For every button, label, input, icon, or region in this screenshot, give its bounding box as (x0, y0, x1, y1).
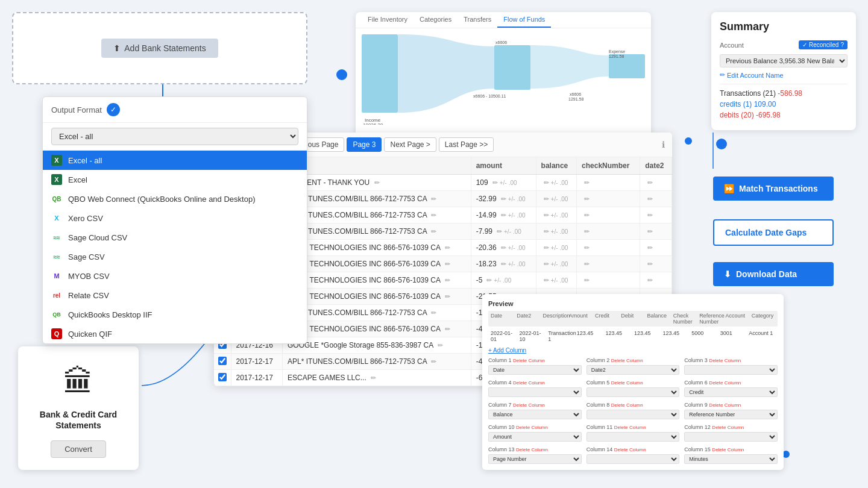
match-icon: ⏩ (724, 184, 734, 193)
format-item-excel[interactable]: X Excel (43, 170, 307, 189)
col-checknumber[interactable]: checkNumber (577, 157, 640, 175)
cell-name: UBER TECHNOLOGIES INC 866-576-1039 CA ✏ (283, 256, 471, 272)
edit-name-icon[interactable]: ✏ (445, 293, 450, 300)
match-transactions-button[interactable]: ⏩ Match Transactions (713, 177, 834, 201)
cell-checknumber: ✏ (577, 175, 640, 191)
edit-account-link[interactable]: ✏ Edit Account Name (720, 71, 848, 79)
col-2-select[interactable]: Date2 (587, 365, 680, 375)
format-item-excel-all[interactable]: X Excel - all (43, 151, 307, 170)
col-7-select[interactable]: Balance (488, 410, 582, 419)
tab-transfers[interactable]: Transfers (458, 12, 497, 28)
cell-amount: -20.36✏+/-.00 (471, 240, 536, 256)
cell-name: APL* ITUNES.COM/BILL 866-712-7753 CA ✏ (283, 224, 471, 240)
svg-text:10026.39: 10026.39 (363, 122, 383, 125)
col-10-select[interactable]: Amount (488, 432, 582, 442)
col-12-select[interactable] (684, 432, 778, 442)
format-label-quicken: Quicken QIF (68, 330, 112, 339)
col-amount[interactable]: amount (471, 157, 536, 175)
row-checkbox[interactable] (218, 357, 227, 365)
edit-name-icon[interactable]: ✏ (371, 374, 376, 381)
transactions-label: Transactions (21) (720, 89, 776, 98)
add-bank-statements-button[interactable]: ⬆ Add Bank Statements (101, 39, 218, 58)
edit-name-icon[interactable]: ✏ (374, 179, 380, 186)
edit-name-icon[interactable]: ✏ (438, 342, 443, 349)
summary-title: Summary (720, 20, 848, 33)
output-format-label: Output Format (51, 105, 102, 114)
tab-file-inventory[interactable]: File Inventory (362, 12, 414, 28)
edit-name-icon[interactable]: ✏ (431, 211, 436, 219)
cell-name: UBER TECHNOLOGIES INC 866-576-1039 CA ✏ (283, 240, 471, 256)
svg-text:1291.58: 1291.58 (609, 54, 624, 58)
cell-balance: ✏+/-.00 (536, 224, 576, 240)
edit-name-icon[interactable]: ✏ (445, 277, 450, 284)
edit-name-icon[interactable]: ✏ (431, 228, 436, 235)
last-page-button[interactable]: Last Page >> (439, 137, 494, 152)
check-icon: ✓ (107, 103, 120, 116)
tab-categories[interactable]: Categories (414, 12, 458, 28)
format-item-qbo[interactable]: QB QBO Web Connect (QuickBooks Online an… (43, 189, 307, 208)
qbo-icon: QB (51, 193, 62, 204)
cell-balance: ✏+/-.00 (536, 240, 576, 256)
preview-table-header: Date Date2 Description Amount Credit Deb… (488, 311, 778, 327)
col-15-select[interactable]: Minutes (684, 454, 778, 464)
add-column-link[interactable]: + Add Column (488, 347, 778, 354)
edit-name-icon[interactable]: ✏ (431, 358, 436, 365)
calculate-date-gaps-button[interactable]: Calculate Date Gaps (713, 219, 834, 246)
format-label-sage-cloud: Sage Cloud CSV (68, 233, 127, 242)
col-3-select[interactable] (684, 365, 778, 375)
convert-button[interactable]: Convert (51, 440, 106, 458)
row-checkbox[interactable] (218, 373, 227, 381)
cell-name: UBER TECHNOLOGIES INC 866-576-1039 CA ✏ (283, 272, 471, 289)
row-checkbox-cell (214, 354, 231, 370)
format-item-sage-cloud[interactable]: ≈≈ Sage Cloud CSV (43, 228, 307, 247)
balance-select[interactable]: Previous Balance 3,956.38 New Balance To… (720, 54, 848, 67)
edit-name-icon[interactable]: ✏ (445, 244, 450, 251)
col-8-select[interactable] (587, 410, 680, 419)
format-item-sage[interactable]: ≈≈ Sage CSV (43, 247, 307, 266)
col-9-select[interactable]: Reference Number (684, 410, 778, 419)
col-item-10: Column 10 Delete Column Amount (488, 424, 582, 442)
format-item-quicken[interactable]: Q Quicken QIF (43, 324, 307, 343)
output-format-select[interactable]: Excel - all (51, 128, 298, 145)
format-item-relate[interactable]: rel Relate CSV (43, 286, 307, 305)
cell-checknumber: ✏ (577, 256, 640, 272)
columns-grid: Column 1 Delete Column Date Column 2 Del… (488, 357, 778, 464)
col-14-select[interactable] (587, 454, 680, 464)
col-13-select[interactable]: Page Number (488, 454, 582, 464)
sage-icon: ≈≈ (51, 251, 62, 262)
col-date2[interactable]: date2 (640, 157, 672, 175)
format-label-relate: Relate CSV (68, 291, 109, 300)
excel-all-icon: X (51, 155, 62, 166)
col-1-select[interactable]: Date (488, 365, 582, 375)
col-4-select[interactable] (488, 387, 582, 397)
check-mark: ✓ (802, 42, 807, 48)
col-11-select[interactable] (587, 432, 680, 442)
col-name[interactable]: name (283, 157, 471, 175)
summary-panel: Summary Account ✓ Reconciled ? Previous … (711, 12, 856, 130)
preview-col-checknum: Check Number (673, 313, 697, 325)
next-page-button[interactable]: Next Page > (384, 137, 436, 152)
format-item-qdesktop[interactable]: QB QuickBooks Desktop IIF (43, 305, 307, 324)
edit-name-icon[interactable]: ✏ (431, 195, 436, 202)
download-data-button[interactable]: ⬇ Download Data (713, 262, 834, 286)
col-balance[interactable]: balance (536, 157, 576, 175)
page3-button[interactable]: Page 3 (347, 137, 382, 152)
preview-col-refnum: Reference Number (699, 313, 723, 325)
account-label: Account (720, 42, 744, 49)
cell-date2: ✏ (640, 191, 672, 207)
cell-date2: ✏ (640, 175, 672, 191)
edit-name-icon[interactable]: ✏ (431, 309, 436, 316)
format-item-xero[interactable]: X Xero CSV (43, 208, 307, 228)
edit-account-label: Edit Account Name (727, 72, 784, 79)
cell-name: GOOGLE *Google Storage 855-836-3987 CA ✏ (283, 337, 471, 354)
col-5-select[interactable] (587, 387, 680, 397)
edit-name-icon[interactable]: ✏ (445, 325, 450, 333)
edit-name-icon[interactable]: ✏ (445, 260, 450, 267)
preview-col-date: Date (491, 313, 514, 325)
tab-flow-of-funds[interactable]: Flow of Funds (497, 12, 551, 28)
info-icon: ℹ (662, 140, 665, 149)
col-6-select[interactable]: Credit (684, 387, 778, 397)
connector-dot-2 (685, 137, 692, 145)
flow-chart: Income 10026.39 x6606 x6606 - 10500.11 x… (356, 28, 651, 131)
format-item-myob[interactable]: M MYOB CSV (43, 266, 307, 286)
